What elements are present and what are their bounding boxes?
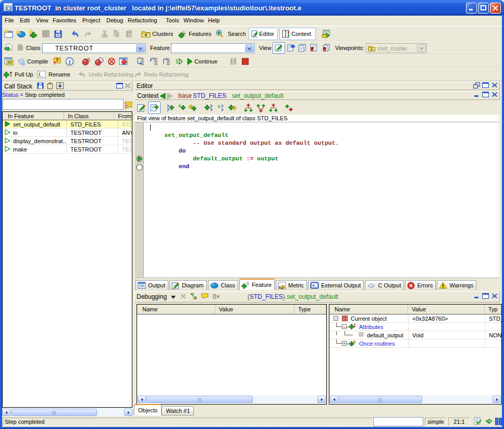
- svg-text:I..: I..: [39, 72, 43, 78]
- svg-text:>_: >_: [312, 283, 317, 288]
